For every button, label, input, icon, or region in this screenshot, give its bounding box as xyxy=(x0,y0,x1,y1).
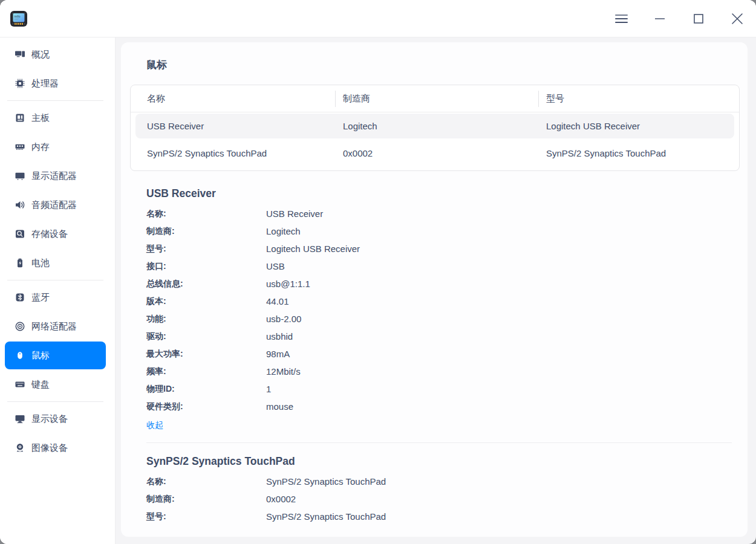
display-device-icon xyxy=(15,413,25,424)
sidebar-item-image-device[interactable]: 图像设备 xyxy=(5,433,106,462)
field-value: 98mA xyxy=(266,345,748,363)
cell-name: USB Receiver xyxy=(131,112,335,140)
battery-icon xyxy=(15,257,25,268)
app-logo-text: info xyxy=(15,14,21,18)
field-value: 12Mbit/s xyxy=(266,363,748,380)
device-manager-window: info xyxy=(0,0,756,544)
sidebar-item-label: 音频适配器 xyxy=(31,199,77,211)
menu-icon[interactable] xyxy=(611,9,631,28)
table-header: 名称 制造商 型号 xyxy=(131,85,739,112)
sidebar-item-label: 蓝牙 xyxy=(31,292,50,303)
page-title: 鼠标 xyxy=(146,58,748,72)
section-heading-touchpad: SynPS/2 Synaptics TouchPad xyxy=(146,455,748,468)
sidebar-item-label: 网络适配器 xyxy=(31,321,77,332)
cell-manufacturer: Logitech xyxy=(335,112,538,140)
cell-manufacturer: 0x0002 xyxy=(335,140,538,167)
detail-field: 硬件类别:mouse xyxy=(146,398,748,415)
field-value: USB xyxy=(266,257,748,275)
column-header-model: 型号 xyxy=(538,85,739,112)
sidebar-item-mouse[interactable]: 鼠标 xyxy=(5,342,106,369)
sidebar-item-audio-adapter[interactable]: 音频适配器 xyxy=(5,190,106,219)
titlebar: info xyxy=(0,0,756,37)
field-label: 制造商: xyxy=(146,222,266,240)
window-controls xyxy=(611,9,747,28)
detail-field: 功能:usb-2.00 xyxy=(146,310,748,328)
detail-fields: 名称:SynPS/2 Synaptics TouchPad 制造商:0x0002… xyxy=(146,473,748,525)
collapse-link[interactable]: 收起 xyxy=(146,420,163,431)
section-heading-usb-receiver: USB Receiver xyxy=(146,187,748,200)
sidebar-item-memory[interactable]: 内存 xyxy=(5,132,106,161)
detail-field: 接口:USB xyxy=(146,257,748,275)
field-value: usb-2.00 xyxy=(266,310,748,328)
app-logo-icon: info xyxy=(8,8,29,29)
table-row-touchpad[interactable]: SynPS/2 Synaptics TouchPad 0x0002 SynPS/… xyxy=(131,140,739,167)
sidebar-item-network-adapter[interactable]: 网络适配器 xyxy=(5,312,106,341)
field-value: usb@1:1.1 xyxy=(266,275,748,293)
content-area: 鼠标 名称 制造商 型号 USB Receiver Logitech Logit… xyxy=(116,37,756,544)
display-adapter-icon xyxy=(15,170,25,181)
field-value: USB Receiver xyxy=(266,205,748,222)
table-row-usb-receiver[interactable]: USB Receiver Logitech Logitech USB Recei… xyxy=(131,112,739,140)
sidebar-item-processor[interactable]: 处理器 xyxy=(5,69,106,98)
sidebar: 概况 处理器 主板 内存 xyxy=(0,37,116,544)
sidebar-item-label: 图像设备 xyxy=(31,442,68,454)
sidebar-item-storage[interactable]: 存储设备 xyxy=(5,219,106,248)
field-value: mouse xyxy=(266,398,748,415)
sidebar-item-label: 存储设备 xyxy=(31,228,68,240)
cell-name: SynPS/2 Synaptics TouchPad xyxy=(131,140,335,167)
field-value: 1 xyxy=(266,380,748,398)
field-value: 0x0002 xyxy=(266,490,748,508)
sidebar-item-label: 内存 xyxy=(31,141,50,153)
sidebar-item-label: 鼠标 xyxy=(31,350,50,361)
detail-field: 总线信息:usb@1:1.1 xyxy=(146,275,748,293)
field-label: 版本: xyxy=(146,293,266,310)
field-label: 最大功率: xyxy=(146,345,266,363)
sidebar-item-display-adapter[interactable]: 显示适配器 xyxy=(5,161,106,190)
sidebar-item-bluetooth[interactable]: 蓝牙 xyxy=(5,283,106,312)
field-value: usbhid xyxy=(266,328,748,345)
overview-icon xyxy=(15,49,25,60)
detail-field: 名称:SynPS/2 Synaptics TouchPad xyxy=(146,473,748,490)
detail-field: 版本:44.01 xyxy=(146,293,748,310)
field-label: 硬件类别: xyxy=(146,398,266,415)
sidebar-divider xyxy=(7,280,103,280)
minimize-icon[interactable] xyxy=(650,9,670,28)
sidebar-divider xyxy=(7,100,103,101)
sidebar-item-battery[interactable]: 电池 xyxy=(5,248,106,277)
sidebar-item-motherboard[interactable]: 主板 xyxy=(5,103,106,132)
sidebar-item-label: 概况 xyxy=(31,49,50,60)
sidebar-item-overview[interactable]: 概况 xyxy=(5,40,106,69)
bluetooth-icon xyxy=(15,292,25,303)
detail-field: 型号:Logitech USB Receiver xyxy=(146,240,748,257)
device-table: 名称 制造商 型号 USB Receiver Logitech Logitech… xyxy=(130,85,740,171)
storage-icon xyxy=(15,228,25,239)
cell-model: SynPS/2 Synaptics TouchPad xyxy=(538,140,739,167)
image-device-icon xyxy=(15,442,25,453)
field-value: Logitech xyxy=(266,222,748,240)
detail-fields: 名称:USB Receiver 制造商:Logitech 型号:Logitech… xyxy=(146,205,748,415)
cell-model: Logitech USB Receiver xyxy=(538,112,739,140)
sidebar-item-label: 键盘 xyxy=(31,379,50,390)
field-label: 名称: xyxy=(146,473,266,490)
network-adapter-icon xyxy=(15,321,25,332)
sidebar-item-display-device[interactable]: 显示设备 xyxy=(5,404,106,433)
detail-field: 驱动:usbhid xyxy=(146,328,748,345)
detail-field: 制造商:Logitech xyxy=(146,222,748,240)
mouse-page-panel: 鼠标 名称 制造商 型号 USB Receiver Logitech Logit… xyxy=(121,42,748,537)
field-label: 物理ID: xyxy=(146,380,266,398)
sidebar-item-keyboard[interactable]: 键盘 xyxy=(5,370,106,399)
column-header-name: 名称 xyxy=(131,85,335,112)
field-value: SynPS/2 Synaptics TouchPad xyxy=(266,508,748,525)
field-label: 功能: xyxy=(146,310,266,328)
detail-field: 名称:USB Receiver xyxy=(146,205,748,222)
field-label: 型号: xyxy=(146,508,266,525)
sidebar-item-label: 处理器 xyxy=(31,78,59,89)
processor-icon xyxy=(15,78,25,89)
maximize-icon[interactable] xyxy=(689,9,708,28)
field-label: 型号: xyxy=(146,240,266,257)
detail-field: 最大功率:98mA xyxy=(146,345,748,363)
detail-field: 物理ID:1 xyxy=(146,380,748,398)
detail-field: 型号:SynPS/2 Synaptics TouchPad xyxy=(146,508,748,525)
sidebar-divider xyxy=(7,401,103,402)
close-icon[interactable] xyxy=(728,9,747,28)
